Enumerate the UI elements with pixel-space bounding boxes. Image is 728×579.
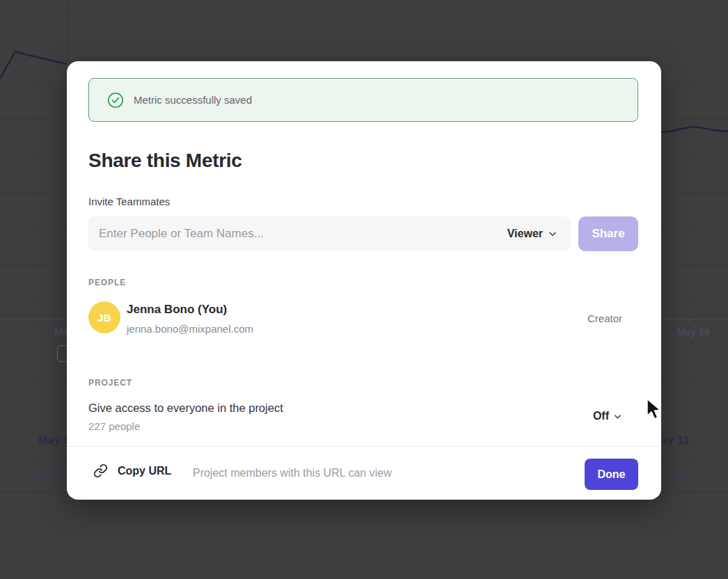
chevron-down-icon xyxy=(612,411,623,422)
role-dropdown-value: Viewer xyxy=(507,228,543,240)
share-button[interactable]: Share xyxy=(578,216,638,251)
footer-divider xyxy=(67,446,661,447)
people-section-label: PEOPLE xyxy=(88,278,126,287)
role-dropdown[interactable]: Viewer xyxy=(507,228,558,240)
success-banner: Metric successfully saved xyxy=(88,78,638,122)
mouse-cursor xyxy=(644,398,663,423)
share-metric-modal: Metric successfully saved Share this Met… xyxy=(67,61,661,500)
project-access-subtitle: 227 people xyxy=(88,420,140,432)
table-value-right: 35% xyxy=(662,469,686,481)
project-access-dropdown-value: Off xyxy=(593,410,609,422)
invite-people-input[interactable] xyxy=(99,227,507,241)
project-section-label: PROJECT xyxy=(88,378,132,388)
footer-hint-text: Project members with this URL can view xyxy=(193,467,392,479)
copy-url-button[interactable]: Copy URL xyxy=(93,463,171,478)
done-button[interactable]: Done xyxy=(585,459,638,490)
project-access-title: Give access to everyone in the project xyxy=(88,402,283,415)
check-circle-icon xyxy=(107,92,124,109)
modal-title: Share this Metric xyxy=(88,150,242,172)
link-icon xyxy=(93,463,108,478)
x-axis-label-right: May 26 xyxy=(677,326,710,338)
avatar: JB xyxy=(88,301,120,333)
copy-url-label: Copy URL xyxy=(118,465,171,477)
invite-teammates-label: Invite Teammates xyxy=(88,196,170,207)
chevron-down-icon xyxy=(547,228,558,239)
table-date-left: May 5 xyxy=(38,434,70,447)
success-banner-message: Metric successfully saved xyxy=(134,94,252,106)
table-value-left: 5.57% xyxy=(33,469,68,481)
member-role: Creator xyxy=(587,312,622,324)
invite-input-container: Viewer xyxy=(88,216,571,251)
member-email: jenna.bono@mixpanel.com xyxy=(127,323,253,335)
project-access-dropdown[interactable]: Off xyxy=(593,410,623,422)
member-name: Jenna Bono (You) xyxy=(127,303,227,317)
